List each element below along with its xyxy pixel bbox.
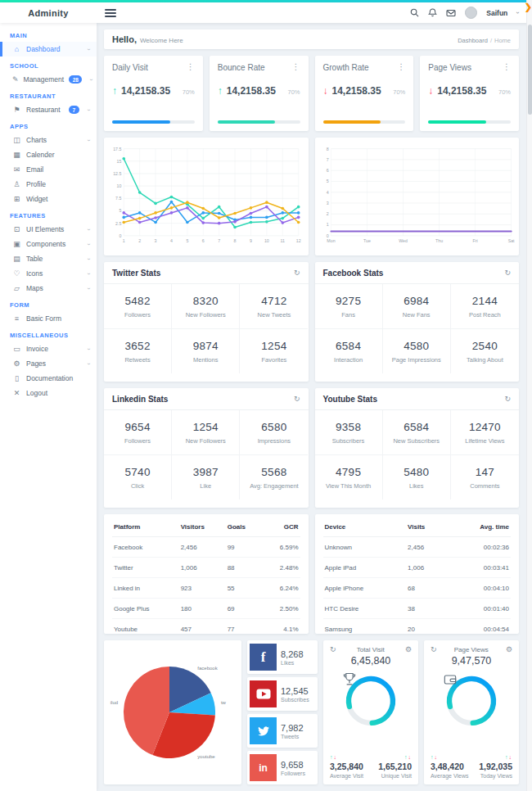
- svg-text:3: 3: [326, 201, 328, 206]
- progress-fill: [112, 120, 170, 124]
- sidebar-item-calender[interactable]: ▦Calender: [0, 147, 97, 162]
- table-cell: 4.1%: [263, 619, 300, 640]
- stat-cell-value: 5568: [242, 466, 305, 478]
- column-header: Visits: [406, 517, 447, 537]
- kebab-menu-icon[interactable]: ⋮: [292, 63, 300, 71]
- refresh-icon[interactable]: ↻: [431, 646, 437, 653]
- sidebar-item-ui-elements[interactable]: ⊡UI Elements›: [0, 222, 97, 237]
- refresh-icon[interactable]: ↻: [504, 269, 511, 277]
- refresh-icon[interactable]: ↻: [294, 396, 300, 403]
- svg-text:0: 0: [326, 233, 328, 238]
- sidebar-item-widget[interactable]: ⊞Widget: [0, 192, 97, 206]
- components-icon: ▣: [12, 240, 21, 248]
- panel-title: Linkedin Stats: [112, 395, 168, 404]
- table-cell: Youtube: [112, 619, 179, 640]
- user-name[interactable]: Saifun: [486, 9, 507, 17]
- panel-title: Youtube Stats: [323, 395, 377, 404]
- kebab-menu-icon[interactable]: ⋮: [397, 63, 405, 71]
- stat-cell: 2540Talking About: [451, 329, 519, 373]
- sidebar-item-pages[interactable]: ⚙Pages›: [0, 356, 97, 371]
- kebab-menu-icon[interactable]: ⋮: [503, 63, 511, 71]
- gear-icon[interactable]: ⚙: [506, 646, 512, 653]
- hamburger-menu-icon[interactable]: [105, 9, 116, 17]
- scrollbar[interactable]: [526, 0, 532, 791]
- stat-cell-label: Interaction: [318, 356, 380, 364]
- svg-text:2.5: 2.5: [115, 221, 121, 226]
- table-cell: 77: [226, 619, 263, 640]
- sidebar-item-table[interactable]: ▤Table›: [0, 251, 97, 266]
- chevron-down-icon: ›: [85, 109, 91, 111]
- sidebar-item-basic-form[interactable]: ≡Basic Form: [0, 311, 97, 326]
- table-cell: Apple iPad: [323, 558, 407, 578]
- linkedin-square: in: [250, 754, 277, 781]
- social-card-linkedin[interactable]: in9,658Followers: [247, 751, 318, 784]
- sidebar-item-profile[interactable]: ♙Profile: [0, 177, 97, 192]
- svg-text:Thu: Thu: [435, 238, 443, 243]
- stat-card-page-views: Page Views⋮↓14,2158.3570%: [420, 56, 519, 131]
- sidebar-item-management[interactable]: ✎Management28›: [0, 72, 97, 87]
- table-cell: 2.48%: [263, 558, 300, 578]
- scrollbar-thumb[interactable]: [528, 25, 532, 115]
- svg-text:Wed: Wed: [399, 238, 408, 243]
- mail-icon[interactable]: [446, 9, 456, 17]
- svg-text:4: 4: [326, 190, 328, 195]
- logout-icon: ✕: [12, 389, 21, 397]
- stat-cell-value: 6584: [385, 421, 448, 433]
- stat-card-daily-visit: Daily Visit⋮↑14,2158.3570%: [104, 56, 203, 131]
- refresh-icon[interactable]: ↻: [294, 269, 300, 277]
- stat-cell-label: New Followers: [174, 311, 237, 319]
- stat-cell-label: Subscribers: [318, 437, 380, 445]
- stat-card-value: 14,2158.35: [121, 85, 170, 97]
- bell-icon[interactable]: [428, 8, 437, 17]
- chart-icon: ◫: [12, 136, 21, 144]
- social-card-twitter[interactable]: 7,982Tweets: [247, 714, 318, 748]
- table-header-row: PlatformVisitorsGoalsGCR: [112, 517, 300, 537]
- stat-cell-label: New Followers: [174, 437, 237, 445]
- sidebar-item-invoice[interactable]: ▭Invoice›: [0, 341, 97, 356]
- stat-cell: 9275Fans: [315, 284, 383, 329]
- sidebar-item-logout[interactable]: ✕Logout: [0, 386, 97, 400]
- svg-text:8: 8: [234, 238, 237, 243]
- stat-cell-label: Fans: [318, 311, 380, 319]
- svg-text:7: 7: [218, 238, 220, 243]
- table-cell: 6.59%: [263, 537, 300, 558]
- svg-text:Sat: Sat: [507, 238, 514, 243]
- gauge-donut: [442, 671, 501, 730]
- greeting-welcome: Welcome Here: [140, 37, 183, 44]
- sidebar-item-components[interactable]: ▣Components›: [0, 237, 97, 251]
- sidebar-item-charts[interactable]: ◫Charts›: [0, 133, 97, 147]
- gear-icon[interactable]: ⚙: [405, 646, 412, 653]
- sidebar-item-email[interactable]: ✉Email: [0, 162, 97, 177]
- refresh-icon[interactable]: ↻: [330, 646, 336, 653]
- social-card-youtube[interactable]: 12,545Subscribes: [247, 677, 318, 711]
- svg-text:0: 0: [119, 233, 121, 238]
- chevron-down-icon[interactable]: ›: [514, 11, 521, 14]
- refresh-icon[interactable]: ↻: [504, 396, 511, 403]
- customizer-toggle-icon[interactable]: ❯: [525, 2, 532, 12]
- breadcrumb-item-current: Home: [494, 37, 511, 44]
- sidebar-item-documentation[interactable]: ▯Documentation: [0, 371, 97, 386]
- kebab-menu-icon[interactable]: ⋮: [187, 63, 195, 71]
- weekly-line-chart: MonTueWedThuFriSat012345678: [319, 142, 516, 251]
- sidebar-item-dashboard[interactable]: ⌂Dashboard›: [0, 42, 97, 56]
- svg-text:2: 2: [138, 238, 141, 243]
- gauge-stat-label: Today Views: [480, 773, 512, 779]
- stat-cell-label: Mentions: [174, 356, 237, 364]
- svg-text:Fri: Fri: [472, 238, 477, 243]
- stat-cell: 6584New Subscribers: [383, 410, 451, 455]
- svg-text:17.5: 17.5: [113, 147, 121, 151]
- chevron-down-icon: ›: [85, 363, 91, 364]
- pie-chart: facebooktwyoutubeilud: [104, 640, 241, 784]
- stat-card-percent: 70%: [183, 88, 195, 96]
- sidebar-item-icons[interactable]: ♡Icons›: [0, 266, 97, 281]
- breadcrumb-item[interactable]: Dashboard: [458, 37, 488, 44]
- svg-text:2: 2: [326, 211, 328, 216]
- sidebar-item-restaurant[interactable]: ⚑Restaurant7›: [0, 102, 97, 117]
- avatar[interactable]: [465, 7, 477, 19]
- panel-youtube-stats: Youtube Stats↻9358Subscribers6584New Sub…: [315, 388, 520, 508]
- search-icon[interactable]: [410, 8, 419, 17]
- column-header: Goals: [226, 517, 263, 537]
- arrow-down-icon: ↓: [435, 754, 439, 760]
- sidebar-item-maps[interactable]: ▱Maps›: [0, 281, 97, 296]
- social-card-facebook[interactable]: f8,268Likes: [247, 640, 318, 674]
